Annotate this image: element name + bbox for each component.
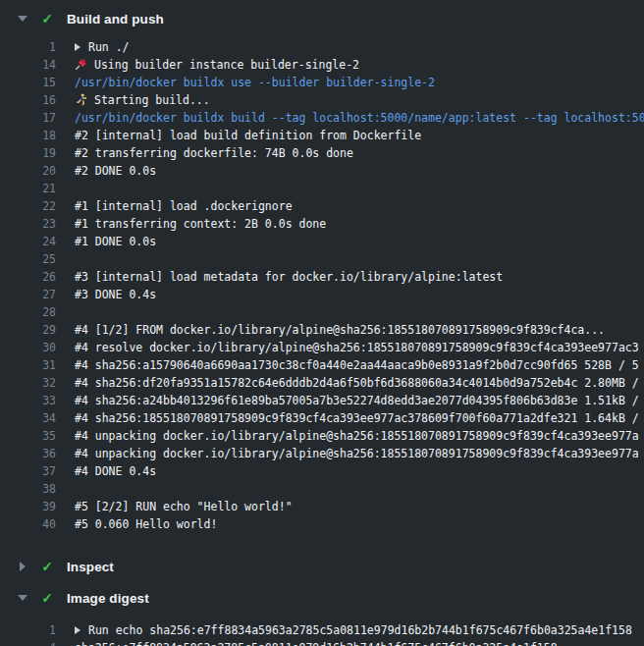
play-icon[interactable] [75, 626, 80, 634]
line-text: Run ./ [75, 38, 130, 56]
log-line: 36#4 unpacking docker.io/library/alpine@… [0, 445, 644, 462]
log-line: 34#4 sha256:185518070891758909c9f839cf4c… [0, 409, 644, 427]
line-number[interactable]: 34 [0, 409, 56, 427]
line-text: #4 unpacking docker.io/library/alpine@sh… [75, 427, 639, 445]
line-text: #5 [2/2] RUN echo "Hello world!" [75, 498, 293, 515]
line-number[interactable]: 1 [0, 38, 56, 56]
line-text: #1 [internal] load .dockerignore [75, 197, 293, 215]
section-inspect: ✓ Inspect [0, 551, 644, 582]
section-header-image-digest[interactable]: ✓ Image digest [0, 582, 644, 614]
section-title: Image digest [67, 591, 149, 606]
runner-icon [75, 93, 87, 106]
line-number[interactable]: 26 [0, 268, 56, 286]
log-line: 31#4 sha256:a15790640a6690aa1730c38cf0a4… [0, 356, 644, 374]
log-line: 1Run echo sha256:e7ff8834a5963a2785c5a08… [0, 621, 644, 639]
log-line: 29#4 [1/2] FROM docker.io/library/alpine… [0, 321, 644, 339]
line-text: #3 [internal] load metadata for docker.i… [75, 268, 503, 286]
line-number[interactable]: 40 [0, 515, 56, 533]
line-text: #4 sha256:185518070891758909c9f839cf4ca3… [75, 409, 639, 427]
line-text: #4 [1/2] FROM docker.io/library/alpine@s… [75, 321, 605, 339]
line-number[interactable]: 18 [0, 127, 56, 144]
line-text: #3 DONE 0.4s [75, 286, 156, 303]
log-line: 40#5 0.060 Hello world! [0, 515, 644, 533]
chevron-right-icon[interactable] [18, 562, 27, 571]
section-build-and-push: ✓ Build and push 1Run ./14Using builder … [0, 3, 644, 541]
line-number[interactable]: 21 [0, 180, 56, 197]
line-number[interactable]: 37 [0, 462, 56, 480]
line-number[interactable]: 25 [0, 250, 56, 268]
log-line: 28 [0, 303, 644, 321]
log-line: 16Starting build... [0, 91, 644, 109]
log-line: 24#1 DONE 0.0s [0, 233, 644, 250]
line-text: Starting build... [75, 91, 210, 109]
line-number[interactable]: 16 [0, 91, 56, 109]
line-number[interactable]: 29 [0, 321, 56, 339]
log-line: 17/usr/bin/docker buildx build --tag loc… [0, 109, 644, 127]
line-number[interactable]: 23 [0, 215, 56, 233]
chevron-down-icon[interactable] [18, 16, 27, 22]
line-number[interactable]: 1 [0, 621, 56, 639]
line-text: #1 transferring context: 2B 0.0s done [75, 215, 326, 233]
line-number[interactable]: 28 [0, 303, 56, 321]
line-number[interactable]: 36 [0, 445, 56, 462]
log-line: 25 [0, 250, 644, 268]
line-number[interactable]: 20 [0, 162, 56, 180]
line-number[interactable]: 4 [0, 639, 56, 646]
play-icon[interactable] [75, 43, 80, 51]
success-check-icon: ✓ [39, 560, 55, 573]
line-number[interactable]: 22 [0, 197, 56, 215]
log-line: 18#2 [internal] load build definition fr… [0, 127, 644, 144]
line-text: sha256:e7ff8834a5963a2785c5a0811e979d16b… [75, 639, 558, 646]
line-number[interactable]: 33 [0, 392, 56, 409]
log-line: 37#4 DONE 0.4s [0, 462, 644, 480]
line-text: #2 [internal] load build definition from… [75, 127, 421, 144]
line-number[interactable]: 17 [0, 109, 56, 127]
log-line: 39#5 [2/2] RUN echo "Hello world!" [0, 498, 644, 515]
line-number[interactable]: 24 [0, 233, 56, 250]
chevron-down-icon[interactable] [18, 595, 27, 601]
line-text: #5 0.060 Hello world! [75, 515, 217, 533]
line-number[interactable]: 32 [0, 374, 56, 392]
log-lines-build-and-push: 1Run ./14Using builder instance builder-… [0, 34, 644, 541]
line-number[interactable]: 31 [0, 356, 56, 374]
section-header-inspect[interactable]: ✓ Inspect [0, 551, 644, 582]
log-line: 30#4 resolve docker.io/library/alpine@sh… [0, 339, 644, 356]
section-image-digest: ✓ Image digest 1Run echo sha256:e7ff8834… [0, 582, 644, 646]
section-header-build-and-push[interactable]: ✓ Build and push [0, 3, 644, 34]
line-text: /usr/bin/docker buildx build --tag local… [75, 109, 644, 127]
line-number[interactable]: 14 [0, 56, 56, 74]
line-number[interactable]: 19 [0, 144, 56, 162]
section-title: Inspect [67, 560, 114, 574]
line-number[interactable]: 38 [0, 480, 56, 498]
log-line: 1Run ./ [0, 38, 644, 56]
line-number[interactable]: 39 [0, 498, 56, 515]
line-number[interactable]: 30 [0, 339, 56, 356]
success-check-icon: ✓ [39, 591, 55, 605]
line-text: Using builder instance builder-single-2 [75, 56, 359, 74]
log-line: 23#1 transferring context: 2B 0.0s done [0, 215, 644, 233]
log-line: 32#4 sha256:df20fa9351a15782c64e6dddb2d4… [0, 374, 644, 392]
line-text: #4 DONE 0.4s [75, 462, 156, 480]
line-text: #4 sha256:a15790640a6690aa1730c38cf0a440… [75, 356, 639, 374]
line-text: #2 transferring dockerfile: 74B 0.0s don… [75, 144, 353, 162]
log-line: 33#4 sha256:a24bb4013296f61e89ba57005a7b… [0, 392, 644, 409]
log-line: 14Using builder instance builder-single-… [0, 56, 644, 74]
line-number[interactable]: 15 [0, 74, 56, 91]
log-line: 4sha256:e7ff8834a5963a2785c5a0811e979d16… [0, 639, 644, 646]
pushpin-icon [75, 58, 87, 71]
log-line: 15/usr/bin/docker buildx use --builder b… [0, 74, 644, 91]
log-line: 22#1 [internal] load .dockerignore [0, 197, 644, 215]
log-line: 35#4 unpacking docker.io/library/alpine@… [0, 427, 644, 445]
line-text: #4 resolve docker.io/library/alpine@sha2… [75, 339, 639, 356]
log-line: 21 [0, 180, 644, 197]
line-text: #4 unpacking docker.io/library/alpine@sh… [75, 445, 639, 462]
success-check-icon: ✓ [39, 12, 55, 26]
line-number[interactable]: 27 [0, 286, 56, 303]
line-number[interactable]: 35 [0, 427, 56, 445]
line-text: Run echo sha256:e7ff8834a5963a2785c5a081… [75, 621, 632, 639]
log-line: 19#2 transferring dockerfile: 74B 0.0s d… [0, 144, 644, 162]
line-text: #4 sha256:a24bb4013296f61e89ba57005a7b3e… [75, 392, 639, 409]
line-text: #1 DONE 0.0s [75, 233, 156, 250]
log-line: 38 [0, 480, 644, 498]
log-line: 26#3 [internal] load metadata for docker… [0, 268, 644, 286]
